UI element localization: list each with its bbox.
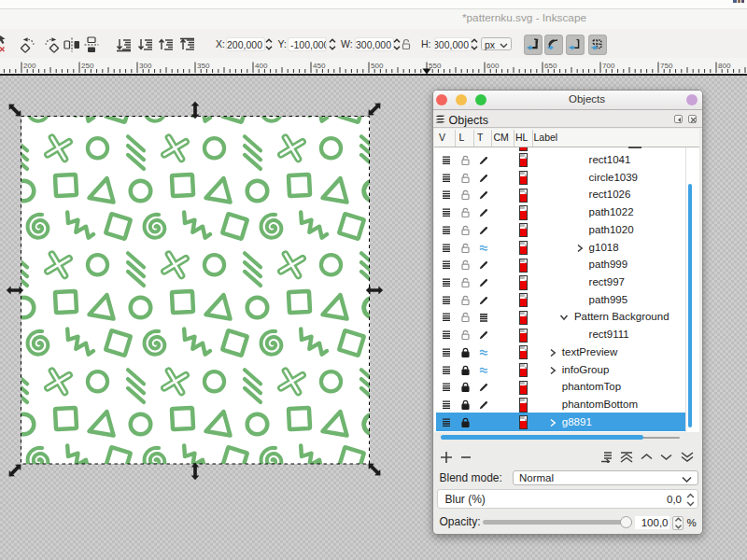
- svg-text:700: 700: [602, 62, 615, 70]
- svg-text:300: 300: [139, 62, 152, 70]
- svg-text:600: 600: [486, 62, 500, 70]
- svg-text:650: 650: [544, 62, 557, 70]
- svg-text:500: 500: [371, 62, 384, 70]
- svg-text:250: 250: [81, 62, 94, 70]
- svg-text:200: 200: [23, 62, 36, 70]
- svg-text:350: 350: [197, 62, 210, 70]
- svg-text:750: 750: [660, 62, 673, 70]
- svg-text:800: 800: [718, 62, 731, 70]
- svg-text:450: 450: [313, 62, 326, 70]
- svg-text:550: 550: [429, 62, 442, 70]
- svg-text:400: 400: [255, 62, 268, 70]
